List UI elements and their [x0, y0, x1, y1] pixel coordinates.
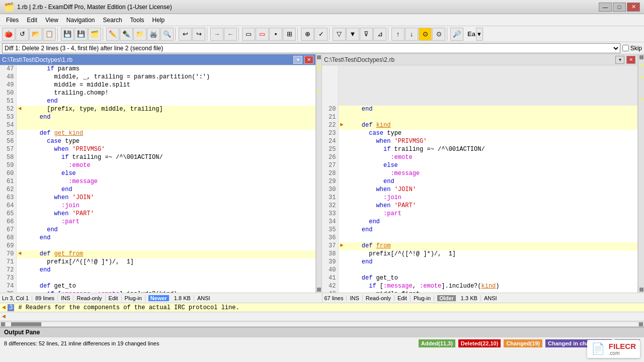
tb-filter4[interactable]: ⊿	[373, 28, 386, 41]
tb-redo[interactable]: ↪	[192, 28, 205, 41]
tb-sep-5	[238, 28, 240, 41]
tb-copy-right[interactable]: ⊕	[301, 28, 314, 41]
line-code-cell: if params	[23, 65, 315, 73]
left-pane-close[interactable]: ✕	[304, 56, 313, 64]
line-number: 51	[0, 98, 16, 106]
tb-prev-diff[interactable]: ←	[224, 28, 237, 41]
table-row: 66 :part	[0, 218, 315, 226]
menu-view[interactable]: View	[41, 16, 62, 25]
tb-up[interactable]: ↑	[391, 28, 405, 41]
line-marker-cell	[338, 106, 345, 114]
enc-left: ANSI	[197, 295, 210, 301]
line-number: 26	[322, 154, 338, 162]
line-number: 61	[0, 178, 16, 186]
table-row: 51 end	[0, 98, 315, 106]
diff-selector[interactable]: Diff 1: Delete 2 lines (3 - 4, first fil…	[2, 43, 620, 53]
line-marker-cell	[16, 218, 23, 226]
tb-sep-4	[207, 28, 209, 41]
watermark-logo: FILE	[609, 342, 625, 350]
line-code-cell: else	[345, 162, 637, 170]
line-number: 64	[0, 202, 16, 210]
skip-checkbox[interactable]	[622, 45, 629, 51]
line-code-cell: end	[23, 98, 315, 106]
table-row: 60 else	[0, 170, 315, 178]
tb-yw2[interactable]: ⊙	[432, 28, 445, 41]
line-code-cell	[23, 275, 315, 283]
right-pane-open[interactable]: ▾	[615, 56, 624, 64]
line-code-cell	[345, 234, 637, 242]
right-code-area[interactable]: 20 end2122► def kind23 case type24 when …	[322, 65, 637, 293]
menu-help[interactable]: Help	[148, 16, 169, 25]
tb-check[interactable]: ✓	[314, 28, 328, 41]
tb-print[interactable]: 🖨️	[147, 28, 160, 41]
minimize-button[interactable]: —	[599, 3, 612, 12]
tb-btn-1[interactable]: 🍅	[2, 28, 15, 41]
tb-filter1[interactable]: ▽	[333, 28, 346, 41]
line-code-cell: middle, _, trailing = params.partition('…	[23, 73, 315, 81]
tb-undo[interactable]: ↩	[179, 28, 192, 41]
menu-navigation[interactable]: Navigation	[62, 16, 99, 25]
line-number: 42	[322, 283, 338, 291]
line-code-cell: def get_kind	[23, 130, 315, 138]
line-code-cell	[345, 98, 637, 106]
right-scrollbar[interactable]	[638, 54, 644, 293]
tb-filter2[interactable]: ▼	[346, 28, 359, 41]
watermark-text: FILE CR .com	[609, 342, 636, 356]
maximize-button[interactable]: □	[613, 3, 626, 12]
line-number	[322, 81, 338, 89]
tb-btn-3[interactable]: 📂	[29, 28, 42, 41]
right-code-table: 20 end2122► def kind23 case type24 when …	[322, 65, 637, 293]
table-row: 62 end	[0, 186, 315, 194]
left-pane-open[interactable]: ▾	[293, 56, 302, 64]
tb-edit2[interactable]: ✒️	[120, 28, 133, 41]
line-number: 50	[0, 89, 16, 98]
right-pane-close[interactable]: ✕	[626, 56, 635, 64]
tb-save[interactable]: 💾	[61, 28, 74, 41]
line-marker-cell	[338, 130, 345, 138]
tb-rect3[interactable]: ▪	[269, 28, 282, 41]
tb-edit1[interactable]: ✏️	[106, 28, 119, 41]
tb-sep-6	[297, 28, 299, 41]
left-scrollbar[interactable]	[316, 54, 322, 293]
left-code-area[interactable]: 47 if params48 middle, _, trailing = par…	[0, 65, 315, 293]
menu-files[interactable]: Files	[2, 16, 23, 25]
line-number: 74	[0, 283, 16, 291]
tb-save2[interactable]: 💾	[74, 28, 88, 41]
line-marker-cell	[338, 275, 345, 283]
skip-label[interactable]: Skip	[622, 45, 642, 52]
tb-drop[interactable]: ▾	[476, 28, 483, 41]
line-number: 55	[0, 130, 16, 138]
tb-rect4[interactable]: ⊞	[283, 28, 296, 41]
size-left: 1.8 KB	[172, 295, 194, 301]
tb-help[interactable]: 🔎	[450, 28, 463, 41]
tb-btn-2[interactable]: ↺	[16, 28, 29, 41]
menu-search[interactable]: Search	[99, 16, 126, 25]
table-row: 32 when 'PART'	[322, 202, 637, 210]
line-number: 70	[0, 250, 16, 258]
line-marker-cell: ►	[338, 122, 345, 130]
close-button[interactable]: ✕	[627, 3, 640, 12]
tb-rect1[interactable]: ▭	[242, 28, 255, 41]
watermark-domain: .com	[609, 350, 636, 356]
line-marker-cell	[16, 73, 23, 81]
line-code-cell: if trailing =~ /^\001ACTION/	[23, 154, 315, 162]
line-marker-cell	[16, 210, 23, 218]
tb-down[interactable]: ↓	[405, 28, 418, 41]
line-number: 24	[322, 138, 338, 146]
line-code-cell: :message	[345, 170, 637, 178]
tb-rect2[interactable]: ▭	[256, 28, 269, 41]
tb-next-diff[interactable]: →	[210, 28, 223, 41]
line-marker-cell: ◄	[16, 250, 23, 258]
tb-open[interactable]: 📁	[133, 28, 146, 41]
menu-edit[interactable]: Edit	[23, 16, 41, 25]
horizontal-scrollbar[interactable]	[0, 321, 644, 327]
tb-yw[interactable]: ⊙	[419, 28, 432, 41]
line-marker-cell	[338, 73, 345, 81]
tb-save3[interactable]: 🗂️	[88, 28, 101, 41]
tb-filter3[interactable]: ⊽	[360, 28, 373, 41]
menu-tools[interactable]: Tools	[126, 16, 148, 25]
tb-btn-4[interactable]: 📋	[43, 28, 56, 41]
line-code-cell	[345, 114, 637, 122]
tb-search[interactable]: 🔍	[160, 28, 174, 41]
table-row	[322, 98, 637, 106]
